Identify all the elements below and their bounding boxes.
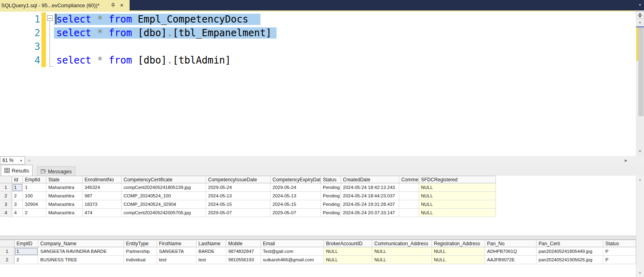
grid-cell[interactable]: 2029-05-07 xyxy=(206,209,270,217)
tab-messages[interactable]: Messages xyxy=(37,166,75,176)
results-scroll-down-icon[interactable]: ▼ xyxy=(636,271,644,275)
grid-cell[interactable] xyxy=(399,209,419,217)
grid-cell[interactable]: 2 xyxy=(12,192,23,200)
grid-cell[interactable]: 2024-05-24 18:44:23.037 xyxy=(341,192,399,200)
grid-cell[interactable]: 3 xyxy=(12,200,23,209)
column-header-competencycertificate[interactable]: CompetencyCertificate xyxy=(122,176,206,183)
grid-cell[interactable]: 32904 xyxy=(23,200,46,209)
row-header[interactable]: 2 xyxy=(0,256,14,264)
grid-cell[interactable]: 474 xyxy=(83,209,122,217)
grid-cell[interactable]: Individual xyxy=(124,256,157,264)
grid-cell[interactable]: 2024-05-24 20:37:33.147 xyxy=(341,209,399,217)
grid-cell[interactable]: test xyxy=(196,256,226,264)
grid-cell[interactable]: 1 xyxy=(14,247,38,256)
grid-cell[interactable]: Maharashtra xyxy=(46,200,83,209)
grid-cell[interactable]: 18373 xyxy=(83,200,122,209)
grid-cell[interactable]: SANGEETA xyxy=(157,247,196,256)
dropdown-arrow-icon[interactable]: ▼ xyxy=(20,159,25,162)
grid-cell[interactable]: Pending xyxy=(321,209,341,217)
grid-cell[interactable]: P xyxy=(603,247,636,256)
grid-cell[interactable]: pan202405241805449.jpg xyxy=(537,247,603,256)
grid-cell[interactable]: 100 xyxy=(23,192,46,200)
column-header-status[interactable]: Status xyxy=(603,240,636,247)
editor-splitter-handle[interactable] xyxy=(636,11,644,19)
results-vertical-scrollbar[interactable] xyxy=(636,176,644,277)
grid-cell[interactable]: compCerti202405241805139.jpg xyxy=(122,183,206,192)
scroll-up-icon[interactable]: ▲ xyxy=(636,20,644,24)
select-all-corner[interactable] xyxy=(0,176,12,183)
column-header-state[interactable]: State xyxy=(46,176,83,183)
scroll-left-icon[interactable]: ◀ xyxy=(27,158,30,162)
grid-cell[interactable]: 2024-05-24 19:31:28.437 xyxy=(341,200,399,209)
grid-cell[interactable]: ADHPB7061Q xyxy=(485,247,537,256)
column-header-emplid[interactable]: EmplId xyxy=(23,176,46,183)
column-header-mobile[interactable]: Mobile xyxy=(226,240,261,247)
column-header-entitytype[interactable]: EntityType xyxy=(124,240,157,247)
row-header[interactable]: 1 xyxy=(0,183,12,192)
sql-editor[interactable]: 1234 select * from Empl_CompetencyDocsse… xyxy=(0,12,636,156)
grid-cell[interactable]: NULL xyxy=(324,247,372,256)
grid-cell[interactable]: 2024-05-15 xyxy=(270,200,321,209)
grid-cell[interactable]: NULL xyxy=(419,192,496,200)
grid-cell[interactable]: Partnership xyxy=(124,247,157,256)
column-header-emplid[interactable]: EmplID xyxy=(14,240,38,247)
grid-cell[interactable]: Maharashtra xyxy=(46,209,83,217)
column-header-competencyexpirydate[interactable]: CompetencyExpiryDate xyxy=(270,176,321,183)
grid-cell[interactable]: 2024-05-15 xyxy=(206,200,270,209)
grid-cell[interactable]: 2024-05-13 xyxy=(206,192,270,200)
grid-cell[interactable]: sutkarsh466@gmail.com xyxy=(261,256,324,264)
grid-cell[interactable]: BUSINESS TREE xyxy=(38,256,124,264)
row-header[interactable]: 1 xyxy=(0,247,14,256)
grid-cell[interactable]: 345324 xyxy=(83,183,122,192)
column-header-sfdcregistered[interactable]: SFDCRegistered xyxy=(419,176,496,183)
tab-results[interactable]: Results xyxy=(1,165,33,176)
column-header-registration_address[interactable]: Registration_Address xyxy=(432,240,485,247)
grid-cell[interactable]: 4 xyxy=(12,209,23,217)
grid-cell[interactable]: 2024-05-24 18:42:13.243 xyxy=(341,183,399,192)
column-header-status[interactable]: Status xyxy=(321,176,341,183)
column-header-comment[interactable]: Comment xyxy=(399,176,419,183)
grid-cell[interactable]: COMP_20240524_100 xyxy=(122,192,206,200)
grid-cell[interactable]: NULL xyxy=(372,256,432,264)
code-fold-collapse-icon[interactable] xyxy=(47,15,53,21)
grid-cell[interactable]: NULL xyxy=(432,247,485,256)
grid-cell[interactable]: 2024-05-13 xyxy=(270,192,321,200)
column-header-competencyissuedate[interactable]: CompetencyIssueDate xyxy=(206,176,270,183)
results-pane-splitter[interactable] xyxy=(0,236,644,240)
grid-cell[interactable]: 2 xyxy=(23,209,46,217)
grid-cell[interactable]: compCerti202405242005706.jpg xyxy=(122,209,206,217)
zoom-level-dropdown[interactable]: 61 % ▼ xyxy=(0,156,25,164)
column-header-pan_no[interactable]: Pan_No xyxy=(485,240,537,247)
scroll-down-icon[interactable]: ▼ xyxy=(636,149,644,153)
grid-cell[interactable]: NULL xyxy=(419,183,496,192)
grid-cell[interactable] xyxy=(399,192,419,200)
row-header[interactable]: 2 xyxy=(0,192,12,200)
column-header-communication_address[interactable]: Communication_Address xyxy=(372,240,432,247)
grid-cell[interactable]: 987 xyxy=(83,192,122,200)
grid-cell[interactable]: COMP_20240524_32904 xyxy=(122,200,206,209)
grid-cell[interactable]: 2029-05-24 xyxy=(206,183,270,192)
grid-cell[interactable]: SANGEETA RAVINDRA BARDE xyxy=(38,247,124,256)
results-scroll-up-icon[interactable]: ▲ xyxy=(636,177,644,181)
column-header-createddate[interactable]: CreatedDate xyxy=(341,176,399,183)
column-header-company_name[interactable]: Company_Name xyxy=(38,240,124,247)
grid-cell[interactable]: 1 xyxy=(23,183,46,192)
row-header[interactable]: 4 xyxy=(0,209,12,217)
close-icon[interactable]: × xyxy=(120,2,124,8)
column-header-brokeraccountid[interactable]: BrokerAccountID xyxy=(324,240,372,247)
grid-cell[interactable]: NULL xyxy=(419,200,496,209)
row-header[interactable]: 3 xyxy=(0,200,12,209)
grid-cell[interactable]: 1 xyxy=(12,183,23,192)
grid-cell[interactable]: pan202405241905626.jpg xyxy=(537,256,603,264)
scroll-right-icon[interactable]: ▶ xyxy=(625,158,627,162)
grid-cell[interactable]: AAJFB9072E xyxy=(485,256,537,264)
grid-cell[interactable]: 2029-05-24 xyxy=(270,183,321,192)
select-all-corner[interactable] xyxy=(0,240,14,247)
grid-cell[interactable]: test xyxy=(157,256,196,264)
column-header-id[interactable]: Id xyxy=(12,176,23,183)
editor-horizontal-scrollbar[interactable] xyxy=(0,156,644,164)
column-header-enrollmentno[interactable]: EnrollmentNo xyxy=(83,176,122,183)
grid-cell[interactable]: Pending xyxy=(321,200,341,209)
column-header-pan_certi[interactable]: Pan_Certi xyxy=(537,240,603,247)
document-tab[interactable]: SQLQuery1.sql - 95...evCompliance (60))*… xyxy=(0,0,130,10)
